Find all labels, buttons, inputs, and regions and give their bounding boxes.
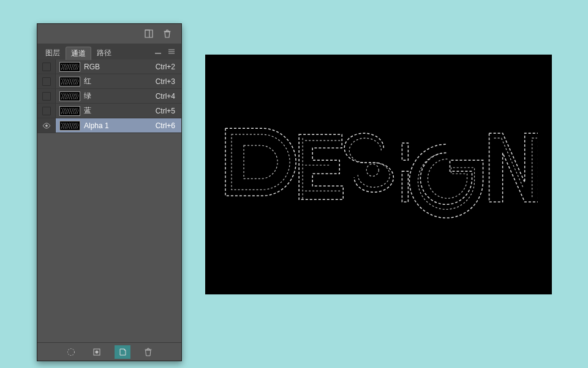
save-selection-icon[interactable] bbox=[89, 345, 105, 359]
channel-row-rgb[interactable]: RGB Ctrl+2 bbox=[37, 59, 181, 74]
channel-row-red[interactable]: 红 Ctrl+3 bbox=[37, 74, 181, 89]
channel-shortcut: Ctrl+4 bbox=[156, 92, 181, 101]
panel-minimize-icon[interactable] bbox=[152, 47, 164, 56]
load-selection-icon[interactable] bbox=[63, 345, 79, 359]
collapse-panel-icon[interactable] bbox=[145, 29, 153, 38]
channel-shortcut: Ctrl+2 bbox=[156, 63, 181, 71]
panel-header bbox=[37, 24, 181, 44]
tab-layers[interactable]: 图层 bbox=[40, 46, 66, 59]
channel-name: 红 bbox=[84, 76, 156, 86]
channels-panel: 图层 通道 路径 RGB Ctrl+2 红 Ctrl+3 bbox=[37, 23, 182, 361]
channel-row-green[interactable]: 绿 Ctrl+4 bbox=[37, 89, 181, 104]
channel-row-alpha1[interactable]: Alpha 1 Ctrl+6 bbox=[37, 118, 181, 133]
tab-paths[interactable]: 路径 bbox=[91, 46, 117, 59]
panel-tabs: 图层 通道 路径 bbox=[37, 44, 181, 59]
channel-thumbnail bbox=[59, 77, 80, 86]
canvas-artwork bbox=[205, 55, 552, 294]
channel-name: 绿 bbox=[84, 91, 156, 101]
new-channel-icon[interactable] bbox=[115, 345, 130, 359]
svg-point-1 bbox=[67, 348, 74, 355]
tab-channels[interactable]: 通道 bbox=[66, 47, 91, 60]
channel-name: RGB bbox=[84, 63, 156, 71]
visibility-toggle[interactable] bbox=[37, 59, 56, 74]
channel-shortcut: Ctrl+5 bbox=[156, 107, 181, 115]
svg-rect-5 bbox=[402, 143, 408, 160]
tab-label: 通道 bbox=[71, 48, 86, 59]
visibility-toggle[interactable] bbox=[37, 74, 56, 88]
delete-icon[interactable] bbox=[163, 29, 172, 38]
svg-rect-6 bbox=[402, 171, 408, 202]
delete-channel-icon[interactable] bbox=[140, 345, 156, 359]
channel-name: 蓝 bbox=[84, 105, 156, 116]
visibility-toggle[interactable] bbox=[37, 104, 56, 118]
svg-point-0 bbox=[45, 125, 48, 127]
channel-name: Alpha 1 bbox=[84, 121, 156, 130]
tab-label: 路径 bbox=[97, 48, 111, 58]
channel-row-blue[interactable]: 蓝 Ctrl+5 bbox=[37, 104, 181, 118]
visibility-toggle[interactable] bbox=[37, 89, 56, 103]
svg-point-3 bbox=[95, 350, 98, 353]
channel-list: RGB Ctrl+2 红 Ctrl+3 绿 Ctrl+4 蓝 Ctrl+5 bbox=[37, 59, 181, 342]
design-outline-svg bbox=[219, 112, 538, 256]
panel-footer bbox=[37, 342, 181, 361]
panel-menu-icon[interactable] bbox=[165, 47, 178, 56]
channel-thumbnail bbox=[59, 121, 80, 131]
channel-thumbnail bbox=[59, 106, 80, 116]
channel-shortcut: Ctrl+3 bbox=[156, 77, 181, 86]
channel-thumbnail bbox=[59, 91, 80, 101]
visibility-toggle[interactable] bbox=[37, 118, 56, 132]
channel-shortcut: Ctrl+6 bbox=[156, 121, 181, 130]
svg-point-4 bbox=[366, 164, 379, 176]
tab-label: 图层 bbox=[45, 48, 60, 58]
canvas-preview bbox=[205, 55, 552, 294]
channel-thumbnail bbox=[59, 62, 80, 72]
tabs-menu bbox=[152, 44, 179, 59]
